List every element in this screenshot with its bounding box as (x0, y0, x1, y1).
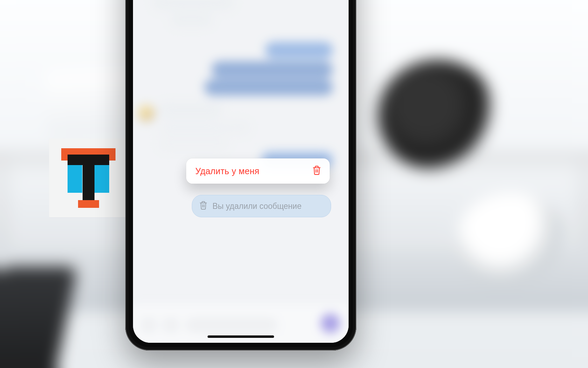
app-logo-t-icon (61, 148, 115, 208)
deleted-message-bubble: Вы удалили сообщение (192, 195, 331, 217)
app-logo-tile (49, 138, 128, 217)
delete-for-me-menu-item[interactable]: Удалить у меня (186, 158, 330, 184)
deleted-message-text: Вы удалили сообщение (212, 202, 301, 211)
phone-screen: Удалить у меня Вы удалили (133, 0, 349, 343)
phone-frame: Удалить у меня Вы удалили (125, 0, 356, 350)
home-indicator[interactable] (208, 335, 274, 338)
trash-icon (312, 165, 321, 177)
trash-icon (199, 201, 208, 211)
delete-for-me-label: Удалить у меня (195, 166, 259, 176)
